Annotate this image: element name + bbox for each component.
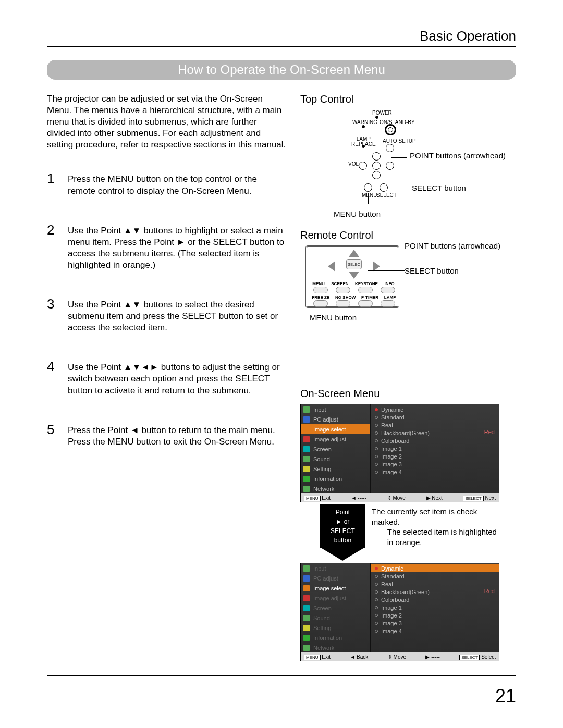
- rc-label: LAMP: [384, 295, 396, 300]
- sub-item-selected: Dynamic: [381, 565, 403, 572]
- menu-item: Setting: [313, 625, 331, 631]
- arrow-down-icon: [322, 548, 363, 561]
- point-select-callout: Point ► or SELECT button: [320, 504, 365, 548]
- footer-rule: [47, 675, 516, 676]
- sub-item: Standard: [381, 573, 405, 579]
- step-text: Press the Point ◄ button to return to th…: [68, 423, 287, 448]
- step-number: 5: [47, 423, 59, 448]
- menu-item: Information: [313, 476, 342, 482]
- menu-item: PC adjust: [313, 416, 338, 423]
- remote-title: Remote Control: [300, 229, 516, 241]
- sub-item: Real: [381, 581, 393, 587]
- sub-item: Image 1: [381, 604, 402, 611]
- menu-item: Image adjust: [313, 436, 346, 442]
- rc-label: MENU: [312, 281, 325, 286]
- step-number: 2: [47, 223, 59, 271]
- step-number: 4: [47, 360, 59, 396]
- sub-item: Dynamic: [381, 406, 403, 413]
- step-text: Use the Point ▲▼ buttons to highlight or…: [68, 223, 287, 271]
- sub-item: Blackboard(Green): [381, 430, 430, 436]
- menu-icon-label: MENU: [362, 193, 377, 198]
- arrow-right-icon: [373, 261, 380, 272]
- sub-item: Colorboard: [381, 438, 409, 444]
- sub-item: Image 3: [381, 461, 402, 467]
- menu-item: Input: [313, 565, 326, 572]
- menu-item: Image adjust: [313, 595, 346, 601]
- rc-label: FREE ZE: [312, 295, 329, 300]
- sub-item: Colorboard: [381, 597, 409, 603]
- remote-control-diagram: SELEC MENU SCREEN KEYSTONE INFO. FREE ZE…: [300, 245, 516, 347]
- page-number: 21: [495, 685, 516, 707]
- sub-item: Blackboard(Green): [381, 589, 430, 595]
- power-label: POWER: [372, 110, 392, 116]
- rc-label: P-TIMER: [361, 295, 378, 300]
- sub-item: Image 1: [381, 446, 402, 452]
- sub-item: Standard: [381, 414, 405, 421]
- menu-item: Information: [313, 635, 342, 641]
- header-rule: [47, 46, 516, 47]
- intro-paragraph: The projector can be adjusted or set via…: [47, 93, 287, 151]
- menu-item-active: Image select: [313, 585, 346, 591]
- menu-item: Screen: [313, 446, 332, 452]
- topcontrol-title: Top Control: [300, 93, 516, 105]
- sub-item: Image 4: [381, 628, 402, 634]
- osm-guide-bar: MENU Exit ◄ Back ⇕ Move ▶ ----- SELECT S…: [301, 652, 499, 661]
- color-tag: Red: [484, 429, 495, 435]
- menu-item: Sound: [313, 456, 330, 462]
- rc-label: KEYSTONE: [355, 281, 378, 286]
- menu-item-selected: Image select: [313, 426, 346, 433]
- menu-item: PC adjust: [313, 575, 338, 582]
- arrow-up-icon: [349, 250, 359, 257]
- standby-label: ON/STAND-BY: [380, 120, 415, 125]
- sub-item: Image 2: [381, 453, 402, 460]
- osm-panel-submenu: Input PC adjust Image select Image adjus…: [300, 563, 499, 661]
- warning-label: WARNING: [352, 120, 377, 125]
- arrow-down-icon: [349, 272, 359, 279]
- menu-item: Screen: [313, 605, 332, 611]
- sub-item: Image 2: [381, 612, 402, 619]
- menu-item: Sound: [313, 615, 330, 621]
- step-text: Use the Point ▲▼◄► buttons to adjust the…: [68, 360, 287, 396]
- osm-guide-bar: MENU Exit ◄ ----- ⇕ Move ▶ Next SELECT N…: [301, 493, 499, 502]
- osm-title: On-Screen Menu: [300, 388, 516, 400]
- osm-panel-main: Input PC adjust Image select Image adjus…: [300, 404, 499, 502]
- step-text: Use the Point ▲▼ buttons to select the d…: [68, 297, 287, 334]
- section-header: Basic Operation: [47, 28, 516, 44]
- point-buttons-annotation: POINT buttons (arrowhead): [410, 151, 506, 161]
- rc-label: SCREEN: [331, 281, 348, 286]
- point-buttons-annotation: POINT buttons (arrowhead): [405, 241, 500, 251]
- highlight-annotation: The selected item is highlighted in oran…: [372, 527, 499, 547]
- step-number: 3: [47, 297, 59, 334]
- menu-item: Network: [313, 645, 334, 651]
- vol-label: VOL: [348, 162, 359, 167]
- rc-label: INFO.: [384, 281, 395, 286]
- arrow-left-icon: [328, 261, 335, 272]
- page-banner: How to Operate the On-Screen Menu: [47, 60, 516, 80]
- menu-button-annotation: MENU button: [334, 209, 381, 219]
- select-button-annotation: SELECT button: [405, 266, 459, 276]
- color-tag: Red: [484, 588, 495, 594]
- rc-label: NO SHOW: [335, 295, 356, 300]
- menu-item: Setting: [313, 466, 331, 472]
- step-text: Press the MENU button on the top control…: [68, 171, 287, 196]
- select-center-button: SELEC: [346, 259, 362, 269]
- top-control-diagram: POWER WARNING ON/STAND-BY LAMP REPLACE A…: [300, 109, 516, 219]
- sub-item: Real: [381, 422, 393, 428]
- sub-item: Image 3: [381, 620, 402, 626]
- select-icon-label: SELECT: [376, 193, 397, 198]
- sub-item: Image 4: [381, 469, 402, 475]
- check-mark-annotation: The currently set item is check marked.: [372, 507, 499, 527]
- menu-button-annotation: MENU button: [310, 313, 357, 323]
- autosetup-label: AUTO SETUP: [383, 139, 416, 144]
- menu-item: Network: [313, 486, 334, 492]
- select-button-annotation: SELECT button: [412, 183, 466, 193]
- step-number: 1: [47, 171, 59, 196]
- menu-item: Input: [313, 406, 326, 413]
